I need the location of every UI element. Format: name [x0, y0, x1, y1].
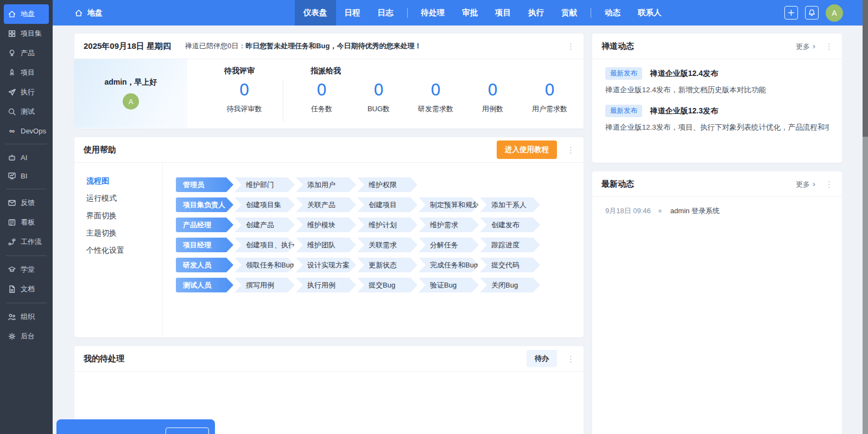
flow-step: 添加用户 — [296, 177, 356, 192]
help-tab-flowchart[interactable]: 流程图 — [86, 176, 162, 186]
sidebar-item-feedback[interactable]: 反馈 — [4, 193, 49, 213]
sidebar-item-project[interactable]: 项目 — [4, 63, 49, 82]
tutorial-button[interactable]: 进入使用教程 — [497, 141, 557, 159]
tab-divider — [407, 8, 408, 18]
kebab-menu-icon[interactable]: ⋮ — [567, 355, 575, 363]
kebab-menu-icon[interactable]: ⋮ — [567, 42, 575, 50]
sidebar-item-label: 组织 — [21, 312, 35, 322]
sidebar-item-execution[interactable]: 执行 — [4, 82, 49, 102]
sidebar-item-ai[interactable]: AI — [4, 148, 49, 167]
greeting-text: admin，早上好 — [104, 78, 157, 87]
sidebar-item-product[interactable]: 产品 — [4, 43, 49, 63]
flow-role: 产品经理 — [176, 218, 233, 232]
flow-row-tester: 测试人员 撰写用例 执行用例 提交Bug 验证Bug 关闭Bug — [176, 278, 584, 292]
sidebar-item-label: 后台 — [21, 331, 35, 341]
document-icon — [8, 285, 16, 293]
flow-step: 验证Bug — [419, 278, 479, 292]
tab-todo[interactable]: 待处理 — [413, 0, 454, 25]
stat-value: 0 — [206, 81, 283, 99]
help-card: 使用帮助 进入使用教程 ⋮ 流程图 运行模式 界面切换 主题切换 个性化设置 管… — [74, 137, 584, 337]
tab-dynamic[interactable]: 动态 — [596, 0, 629, 25]
sidebar-item-kanban[interactable]: 看板 — [4, 213, 49, 232]
help-tab-ui-switch[interactable]: 界面切换 — [86, 211, 162, 221]
news-item-head: 最新发布 禅道企业版12.4发布 — [605, 67, 829, 80]
bell-icon — [808, 9, 816, 17]
activity-time: 9月18日 09:46 — [605, 206, 651, 216]
sidebar-item-admin[interactable]: 后台 — [4, 327, 49, 346]
flow-step: 设计实现方案 — [296, 258, 356, 272]
tab-execution[interactable]: 执行 — [519, 0, 553, 25]
stat-requirement-count[interactable]: 0 用户需求数 — [521, 81, 578, 114]
help-title: 使用帮助 — [84, 145, 116, 155]
tab-review[interactable]: 审批 — [453, 0, 486, 25]
sidebar-item-dashboard[interactable]: 地盘 — [4, 4, 49, 24]
kebab-menu-icon[interactable]: ⋮ — [567, 146, 575, 154]
sidebar-item-label: 看板 — [21, 218, 35, 227]
sidebar-item-organization[interactable]: 组织 — [4, 307, 49, 327]
grid-icon — [8, 29, 16, 38]
user-avatar[interactable]: A — [826, 4, 843, 22]
sidebar-item-school[interactable]: 学堂 — [4, 260, 49, 279]
stat-label: 用例数 — [464, 104, 521, 114]
welcome-card-body: admin，早上好 A 待我评审 0 待我评审数 指派给我 — [74, 59, 584, 128]
tab-contribute[interactable]: 贡献 — [553, 0, 586, 25]
sidebar-item-workflow[interactable]: 工作流 — [4, 232, 49, 252]
help-tab-personalize[interactable]: 个性化设置 — [86, 246, 162, 256]
stat-story-count[interactable]: 0 研发需求数 — [407, 81, 464, 114]
my-todo-header: 我的待处理 待办 ⋮ — [74, 346, 584, 372]
sidebar-item-devops[interactable]: ∞ DevOps — [4, 122, 49, 140]
sidebar-item-label: BI — [21, 172, 27, 180]
rocket-icon — [8, 68, 16, 77]
todo-filter-button[interactable]: 待办 — [527, 350, 557, 367]
sidebar-item-label: 执行 — [21, 87, 35, 97]
breadcrumb[interactable]: 地盘 — [74, 0, 103, 25]
tab-calendar[interactable]: 日程 — [336, 0, 369, 25]
help-tab-theme[interactable]: 主题切换 — [86, 228, 162, 238]
tab-dashboard[interactable]: 仪表盘 — [295, 0, 336, 25]
stat-review-count[interactable]: 0 待我评审数 — [206, 81, 283, 114]
more-link[interactable]: 更多› — [796, 179, 815, 189]
kebab-menu-icon[interactable]: ⋮ — [825, 180, 833, 188]
notifications-button[interactable] — [805, 6, 819, 20]
news-item-title[interactable]: 禅道企业版12.4发布 — [650, 69, 718, 78]
vertical-scrollbar-track[interactable] — [863, 0, 868, 434]
sidebar-divider — [6, 144, 47, 144]
sidebar-item-label: AI — [21, 154, 27, 162]
stat-value: 0 — [293, 81, 350, 99]
vertical-scrollbar-thumb[interactable] — [863, 0, 868, 137]
activity-text: admin 登录系统 — [670, 206, 720, 216]
tab-divider — [591, 8, 591, 18]
review-stat-group: 待我评审 0 待我评审数 — [206, 66, 283, 128]
sidebar-item-doc[interactable]: 文档 — [4, 279, 49, 299]
stat-bug-count[interactable]: 0 BUG数 — [350, 81, 407, 114]
flow-row-product-manager: 产品经理 创建产品 维护模块 维护计划 维护需求 创建发布 — [176, 218, 584, 232]
latest-activity-header: 最新动态 更多› ⋮ — [592, 171, 842, 197]
tutorial-popup-button[interactable] — [166, 427, 209, 434]
sidebar-item-program[interactable]: 项目集 — [4, 24, 49, 43]
sidebar-item-bi[interactable]: BI — [4, 167, 49, 185]
flow-step: 制定预算和规划 — [419, 197, 479, 212]
sidebar-item-qa[interactable]: 测试 — [4, 102, 49, 122]
tab-project[interactable]: 项目 — [486, 0, 519, 25]
sidebar-divider — [6, 303, 47, 303]
news-item-title[interactable]: 禅道企业版12.3发布 — [650, 106, 718, 115]
news-badge: 最新发布 — [605, 67, 642, 80]
flow-step: 维护部门 — [235, 177, 295, 192]
stat-task-count[interactable]: 0 任务数 — [293, 81, 350, 114]
flow-step: 维护团队 — [296, 238, 356, 252]
flowchart: 管理员 维护部门 添加用户 维护权限 项目集负责人 创建项目集 关联产品 创建项… — [163, 163, 584, 337]
stat-case-count[interactable]: 0 用例数 — [464, 81, 521, 114]
greeting-avatar: A — [123, 93, 139, 110]
create-button[interactable] — [784, 6, 798, 20]
assigned-group-label: 指派给我 — [293, 66, 578, 76]
kebab-menu-icon[interactable]: ⋮ — [825, 42, 833, 50]
tab-effort[interactable]: 日志 — [369, 0, 402, 25]
more-link[interactable]: 更多› — [796, 41, 815, 52]
help-tab-mode[interactable]: 运行模式 — [86, 194, 162, 203]
stat-value: 0 — [464, 81, 521, 99]
paper-plane-icon — [8, 88, 16, 97]
stat-label: 任务数 — [293, 104, 350, 114]
tab-contacts[interactable]: 联系人 — [629, 0, 670, 25]
flow-role: 测试人员 — [176, 278, 233, 292]
right-panel: 禅道动态 更多› ⋮ 最新发布 禅道企业版12.4发布 禅道企业版12.4发布，… — [592, 34, 842, 434]
